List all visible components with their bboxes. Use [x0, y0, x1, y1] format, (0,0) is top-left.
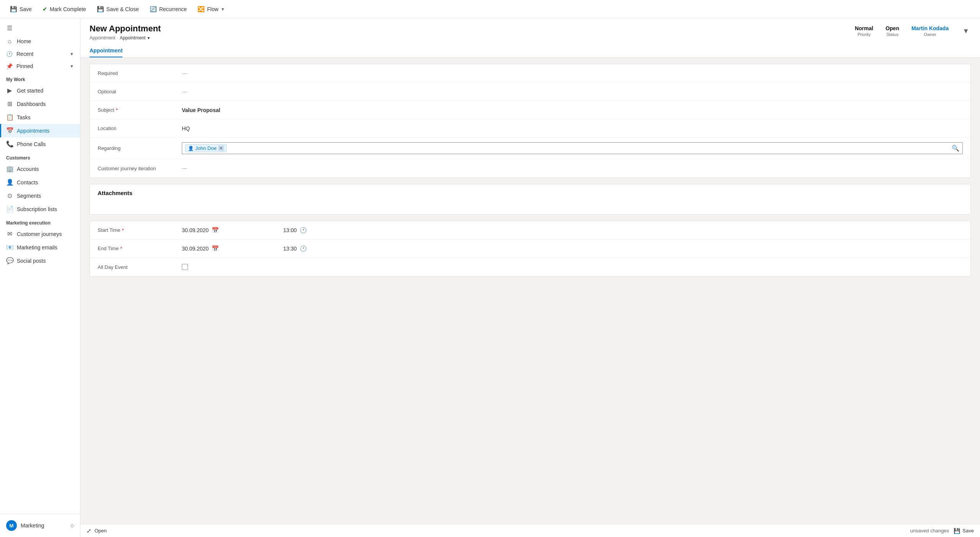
- tab-appointment[interactable]: Appointment: [90, 44, 122, 57]
- subject-value[interactable]: Value Proposal: [182, 107, 963, 113]
- sidebar-item-home[interactable]: ⌂ Home: [0, 35, 80, 48]
- save-close-icon: 💾: [97, 6, 104, 13]
- required-value[interactable]: ---: [182, 70, 963, 76]
- regarding-label: Regarding: [98, 145, 182, 151]
- sidebar-item-tasks[interactable]: 📋 Tasks: [0, 111, 80, 124]
- sidebar-item-social-posts[interactable]: 💬 Social posts: [0, 254, 80, 267]
- regarding-tag-close[interactable]: ✕: [218, 145, 224, 151]
- sidebar-app-switcher[interactable]: M Marketing ◇: [0, 517, 80, 534]
- start-date[interactable]: 30.09.2020: [182, 227, 209, 233]
- segments-icon: ⊙: [6, 192, 13, 199]
- regarding-search-icon[interactable]: 🔍: [952, 145, 959, 152]
- required-row: Required ---: [90, 64, 970, 83]
- breadcrumb: Appointment · Appointment ▼: [90, 35, 161, 41]
- save-close-button[interactable]: 💾 Save & Close: [91, 3, 144, 15]
- sidebar-item-get-started[interactable]: ▶ Get started: [0, 84, 80, 97]
- sidebar-item-label: Accounts: [17, 166, 39, 172]
- attachments-section: Attachments: [90, 184, 971, 215]
- breadcrumb-sep: ·: [117, 35, 118, 41]
- appointment-form-section: Required --- Optional --- Subject * Valu…: [90, 64, 971, 178]
- regarding-row: Regarding 👤 John Doe ✕ 🔍: [90, 138, 970, 159]
- location-value[interactable]: HQ: [182, 125, 963, 132]
- regarding-field[interactable]: 👤 John Doe ✕ 🔍: [182, 142, 963, 154]
- all-day-row: All Day Event: [90, 258, 970, 276]
- flow-button[interactable]: 🔀 Flow ▼: [192, 3, 230, 15]
- priority-meta: Normal Priority: [855, 25, 873, 37]
- sidebar-item-label: Subscription lists: [17, 206, 57, 212]
- subject-required-indicator: *: [116, 107, 118, 113]
- sidebar-item-label: Tasks: [17, 114, 31, 120]
- all-day-label: All Day Event: [98, 264, 182, 270]
- end-calendar-icon[interactable]: 📅: [212, 245, 219, 252]
- optional-label: Optional: [98, 89, 182, 94]
- content-area: New Appointment Appointment · Appointmen…: [80, 18, 980, 537]
- end-time-label: End Time *: [98, 246, 182, 252]
- sidebar-item-subscription-lists[interactable]: 📄 Subscription lists: [0, 202, 80, 216]
- end-date[interactable]: 30.09.2020: [182, 246, 209, 252]
- subscription-icon: 📄: [6, 205, 13, 213]
- status-bar: ⤢ Open unsaved changes 💾 Save: [80, 524, 980, 537]
- breadcrumb-item1: Appointment: [90, 35, 115, 41]
- sidebar-item-label: Home: [17, 38, 31, 44]
- end-clock-icon[interactable]: 🕐: [300, 245, 307, 252]
- owner-value[interactable]: Martin Kodada: [911, 25, 949, 31]
- unsaved-changes-label: unsaved changes: [910, 528, 949, 534]
- recurrence-icon: 🔄: [150, 6, 157, 13]
- optional-value[interactable]: ---: [182, 89, 963, 95]
- status-meta: Open Status: [885, 25, 899, 37]
- sidebar-item-dashboards[interactable]: ⊞ Dashboards: [0, 97, 80, 111]
- breadcrumb-chevron-icon: ▼: [147, 36, 150, 40]
- sidebar-item-pinned[interactable]: 📌 Pinned ▼: [0, 60, 80, 72]
- main-layout: ☰ ⌂ Home 🕐 Recent ▼ 📌 Pinned ▼ My: [0, 18, 980, 537]
- status-save-button[interactable]: 💾 Save: [954, 528, 974, 534]
- priority-label: Priority: [855, 32, 873, 37]
- dashboard-icon: ⊞: [6, 100, 13, 107]
- save-button[interactable]: 💾 Save: [5, 3, 37, 15]
- sidebar-item-phone-calls[interactable]: 📞 Phone Calls: [0, 137, 80, 151]
- start-clock-icon[interactable]: 🕐: [300, 227, 307, 234]
- save-icon: 💾: [10, 6, 17, 13]
- all-day-checkbox[interactable]: [182, 264, 188, 270]
- appointments-icon: 📅: [6, 127, 13, 134]
- recurrence-button[interactable]: 🔄 Recurrence: [144, 3, 192, 15]
- sidebar-item-segments[interactable]: ⊙ Segments: [0, 189, 80, 202]
- hamburger-icon: ☰: [6, 24, 13, 32]
- recent-icon: 🕐: [6, 51, 13, 57]
- page-title: New Appointment: [90, 24, 161, 34]
- start-time-label: Start Time *: [98, 227, 182, 233]
- status-value: Open: [885, 25, 899, 31]
- app-chevron-icon: ◇: [70, 523, 74, 528]
- sidebar-item-contacts[interactable]: 👤 Contacts: [0, 176, 80, 189]
- customer-journey-row: Customer journey iteration ---: [90, 159, 970, 177]
- start-time[interactable]: 13:00: [283, 227, 297, 233]
- sidebar-item-marketing-emails[interactable]: 📧 Marketing emails: [0, 241, 80, 254]
- regarding-tag: 👤 John Doe ✕: [185, 144, 227, 152]
- location-label: Location: [98, 125, 182, 131]
- sidebar-item-accounts[interactable]: 🏢 Accounts: [0, 162, 80, 176]
- sidebar-item-recent[interactable]: 🕐 Recent ▼: [0, 48, 80, 60]
- mark-complete-button[interactable]: ✔ Mark Complete: [37, 3, 91, 15]
- email-icon: 📧: [6, 244, 13, 251]
- breadcrumb-dropdown[interactable]: Appointment ▼: [120, 35, 150, 41]
- play-icon: ▶: [6, 87, 13, 94]
- flow-icon: 🔀: [198, 6, 205, 13]
- sidebar-item-appointments[interactable]: 📅 Appointments: [0, 124, 80, 137]
- toolbar: 💾 Save ✔ Mark Complete 💾 Save & Close 🔄 …: [0, 0, 980, 18]
- owner-label: Owner: [911, 32, 949, 37]
- sidebar-menu-toggle[interactable]: ☰: [0, 21, 80, 35]
- page-header-left: New Appointment Appointment · Appointmen…: [90, 24, 161, 57]
- start-calendar-icon[interactable]: 📅: [212, 227, 219, 234]
- sidebar-item-customer-journeys[interactable]: ✉ Customer journeys: [0, 227, 80, 241]
- save-label: Save: [20, 6, 32, 12]
- customer-journey-value[interactable]: ---: [182, 165, 963, 171]
- status-bar-expand-icon[interactable]: ⤢: [87, 527, 91, 534]
- header-expand-icon[interactable]: ▼: [961, 26, 971, 37]
- sidebar-app-label: Marketing: [21, 522, 44, 529]
- sidebar-item-label: Customer journeys: [17, 231, 62, 237]
- sidebar-item-label: Get started: [17, 88, 43, 94]
- end-time[interactable]: 13:30: [283, 246, 297, 252]
- social-icon: 💬: [6, 257, 13, 264]
- customer-journey-label: Customer journey iteration: [98, 166, 182, 171]
- page-tabs: Appointment: [90, 44, 161, 57]
- start-time-required-indicator: *: [122, 227, 124, 233]
